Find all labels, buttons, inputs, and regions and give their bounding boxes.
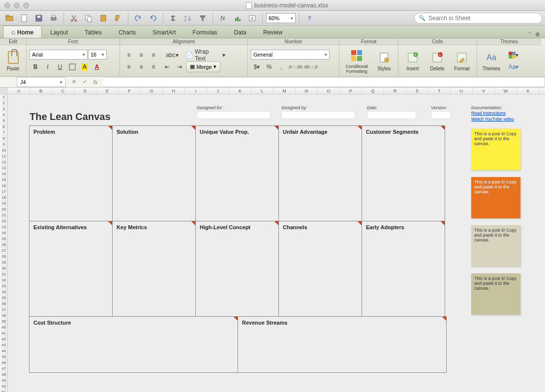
align-center-button[interactable]: ≡ bbox=[135, 50, 147, 60]
decrease-decimal-button[interactable]: .00→.0 bbox=[303, 61, 318, 72]
row-header[interactable]: 18 bbox=[0, 195, 7, 201]
save-button[interactable] bbox=[32, 12, 45, 24]
col-header[interactable]: A bbox=[8, 88, 30, 94]
row-header[interactable]: 51 bbox=[0, 390, 7, 392]
delete-cells-button[interactable]: × Delete bbox=[426, 47, 449, 75]
increase-indent-button[interactable]: ⇥ bbox=[174, 61, 185, 72]
row-header[interactable]: 29 bbox=[0, 260, 7, 266]
col-header[interactable]: X bbox=[517, 88, 539, 94]
tab-smartart[interactable]: SmartArt bbox=[144, 26, 184, 38]
open-button[interactable] bbox=[3, 12, 16, 24]
row-header[interactable]: 47 bbox=[0, 366, 7, 372]
row-header[interactable]: 19 bbox=[0, 201, 7, 207]
row-header[interactable]: 30 bbox=[0, 266, 7, 271]
bold-button[interactable]: B bbox=[30, 61, 41, 72]
worksheet[interactable]: A B C D E F G H I J K L M N O P Q R S T … bbox=[0, 88, 545, 392]
number-format-select[interactable]: General▾ bbox=[251, 50, 330, 60]
filter-button[interactable] bbox=[196, 12, 209, 24]
row-header[interactable]: 6 bbox=[0, 124, 7, 130]
underline-button[interactable]: U bbox=[54, 61, 66, 72]
redo-button[interactable] bbox=[147, 12, 159, 24]
new-button[interactable] bbox=[18, 12, 30, 24]
col-header[interactable]: T bbox=[428, 88, 451, 94]
row-header[interactable]: 8 bbox=[0, 136, 7, 142]
col-header[interactable]: U bbox=[451, 88, 473, 94]
align-left-button[interactable]: ≡ bbox=[123, 50, 135, 60]
cut-button[interactable] bbox=[67, 12, 80, 24]
autosum-button[interactable]: Σ bbox=[167, 12, 180, 24]
row-header[interactable]: 14 bbox=[0, 171, 7, 177]
print-button[interactable] bbox=[47, 12, 60, 24]
copy-button[interactable] bbox=[82, 12, 95, 24]
tab-review[interactable]: Review bbox=[255, 26, 291, 38]
tab-layout[interactable]: Layout bbox=[42, 26, 76, 38]
row-header[interactable]: 44 bbox=[0, 348, 7, 354]
tab-home[interactable]: Home bbox=[3, 26, 42, 38]
cancel-formula-icon[interactable]: ✕ bbox=[70, 78, 78, 86]
column-headers[interactable]: A B C D E F G H I J K L M N O P Q R S T … bbox=[0, 88, 545, 94]
row-header[interactable]: 13 bbox=[0, 165, 7, 171]
orientation-button[interactable]: abc▾ bbox=[161, 50, 183, 60]
col-header[interactable]: N bbox=[296, 88, 318, 94]
row-header[interactable]: 11 bbox=[0, 153, 7, 159]
format-cells-button[interactable]: Format bbox=[451, 47, 473, 75]
fx-icon[interactable]: fx bbox=[91, 78, 99, 86]
row-header[interactable]: 49 bbox=[0, 378, 7, 384]
styles-button[interactable]: Styles bbox=[373, 47, 395, 75]
col-header[interactable]: E bbox=[96, 88, 119, 94]
meta-designed-by-input[interactable] bbox=[281, 111, 355, 119]
tab-data[interactable]: Data bbox=[226, 26, 255, 38]
row-header[interactable]: 24 bbox=[0, 230, 7, 236]
col-header[interactable]: W bbox=[495, 88, 517, 94]
col-header[interactable]: F bbox=[119, 88, 141, 94]
ribbon-settings-icon[interactable]: ⚙ bbox=[535, 31, 540, 38]
row-header[interactable]: 42 bbox=[0, 336, 7, 342]
align-middle-button[interactable]: ≡ bbox=[135, 61, 147, 72]
insert-cells-button[interactable]: + Insert bbox=[401, 47, 424, 75]
meta-date-input[interactable] bbox=[367, 111, 416, 119]
select-all-corner[interactable] bbox=[0, 88, 8, 94]
col-header[interactable]: Q bbox=[362, 88, 384, 94]
row-header[interactable]: 16 bbox=[0, 183, 7, 189]
conditional-formatting-button[interactable]: Conditional Formatting bbox=[342, 47, 371, 75]
col-header[interactable]: C bbox=[52, 88, 74, 94]
zoom-window[interactable] bbox=[23, 2, 29, 8]
row-header[interactable]: 12 bbox=[0, 159, 7, 165]
row-header[interactable]: 32 bbox=[0, 277, 7, 283]
row-header[interactable]: 46 bbox=[0, 360, 7, 366]
merge-button[interactable]: ▦ Merge ▾ bbox=[186, 61, 220, 72]
theme-fonts-button[interactable]: Aa▾ bbox=[505, 61, 522, 72]
box-customer-segments[interactable]: Customer Segments bbox=[362, 125, 445, 221]
row-header[interactable]: 34 bbox=[0, 289, 7, 295]
decrease-indent-button[interactable]: ⇤ bbox=[161, 61, 173, 72]
col-header[interactable]: H bbox=[163, 88, 185, 94]
col-header[interactable]: I bbox=[185, 88, 207, 94]
tab-formulas[interactable]: Formulas bbox=[184, 26, 226, 38]
text-box-button[interactable]: A bbox=[246, 12, 259, 24]
percent-button[interactable]: % bbox=[263, 61, 275, 72]
chart-button[interactable] bbox=[231, 12, 244, 24]
row-header[interactable]: 31 bbox=[0, 271, 7, 277]
paste-button[interactable] bbox=[97, 12, 110, 24]
row-header[interactable]: 27 bbox=[0, 248, 7, 254]
box-alternatives[interactable]: Existing Alternatives bbox=[29, 221, 113, 317]
col-header[interactable]: K bbox=[229, 88, 251, 94]
close-window[interactable] bbox=[4, 2, 10, 8]
row-headers[interactable]: 1234567891011121314151617181920212223242… bbox=[0, 94, 8, 392]
col-header[interactable]: J bbox=[207, 88, 229, 94]
font-color-button[interactable]: A bbox=[91, 61, 103, 72]
minimize-window[interactable] bbox=[14, 2, 20, 8]
box-problem[interactable]: Problem bbox=[29, 125, 113, 221]
row-header[interactable]: 1 bbox=[0, 94, 7, 100]
comma-button[interactable]: , bbox=[275, 61, 287, 72]
row-header[interactable]: 37 bbox=[0, 307, 7, 313]
box-revenue-streams[interactable]: Revenue Streams bbox=[238, 316, 447, 373]
collapse-ribbon-icon[interactable]: ˄ bbox=[528, 31, 531, 38]
tab-charts[interactable]: Charts bbox=[110, 26, 144, 38]
row-header[interactable]: 33 bbox=[0, 283, 7, 289]
zoom-selector[interactable]: 60%▾ bbox=[266, 13, 296, 23]
col-header[interactable]: B bbox=[30, 88, 52, 94]
show-formulas-button[interactable]: fx bbox=[216, 12, 229, 24]
font-name-select[interactable]: Arial▾ bbox=[30, 50, 88, 60]
italic-button[interactable]: I bbox=[42, 61, 54, 72]
